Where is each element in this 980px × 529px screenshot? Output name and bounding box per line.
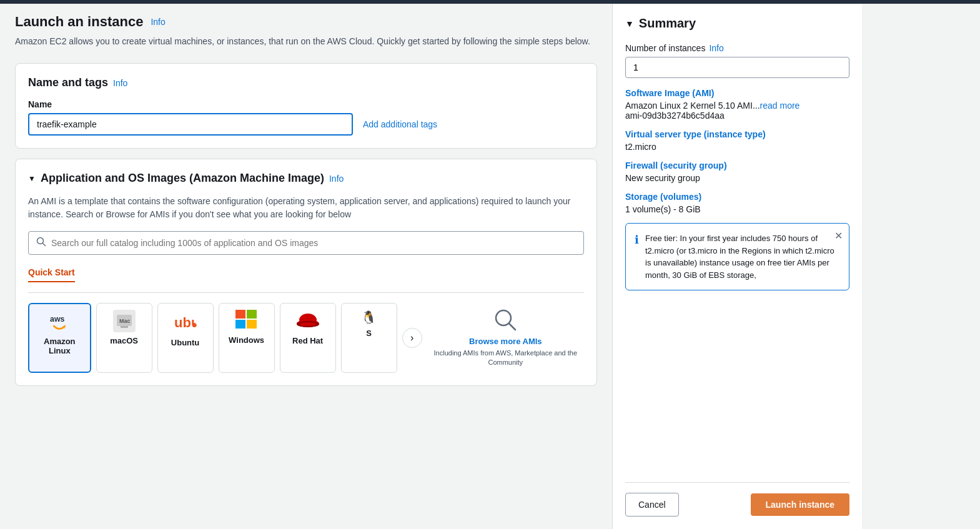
launch-instance-button[interactable]: Launch instance bbox=[751, 493, 849, 516]
quick-start-label: Quick Start bbox=[28, 267, 75, 282]
summary-server-type: Virtual server type (instance type) t2.m… bbox=[625, 129, 849, 152]
svg-rect-8 bbox=[235, 310, 245, 319]
name-field-label: Name bbox=[28, 99, 584, 109]
ami-section: ▼ Application and OS Images (Amazon Mach… bbox=[15, 159, 597, 386]
svg-text:aws: aws bbox=[50, 315, 64, 324]
instances-label: Number of instances Info bbox=[625, 43, 849, 53]
ami-search-input[interactable] bbox=[51, 238, 576, 248]
summary-storage: Storage (volumes) 1 volume(s) - 8 GiB bbox=[625, 192, 849, 214]
svg-point-16 bbox=[299, 322, 317, 326]
ami-section-header: ▼ Application and OS Images (Amazon Mach… bbox=[28, 172, 584, 185]
windows-icon bbox=[235, 310, 258, 332]
svg-rect-9 bbox=[247, 310, 257, 319]
svg-text:ubuntu: ubuntu bbox=[174, 315, 197, 330]
redhat-icon bbox=[294, 310, 322, 332]
storage-value: 1 volume(s) - 8 GiB bbox=[625, 204, 849, 214]
instances-input[interactable] bbox=[625, 57, 849, 78]
summary-firewall: Firewall (security group) New security g… bbox=[625, 161, 849, 183]
info-circle-icon: ℹ bbox=[635, 233, 639, 281]
os-tab-amazon-linux-label: Amazon Linux bbox=[37, 337, 82, 355]
ami-description: An AMI is a template that contains the s… bbox=[28, 195, 584, 221]
search-icon bbox=[36, 237, 46, 249]
ami-section-title: Application and OS Images (Amazon Machin… bbox=[41, 172, 324, 185]
software-image-title: Software Image (AMI) bbox=[625, 88, 849, 98]
summary-title: Summary bbox=[639, 16, 696, 31]
browse-more-link[interactable]: Browse more AMIs bbox=[469, 337, 542, 346]
svg-text:Mac: Mac bbox=[119, 318, 131, 324]
page-description: Amazon EC2 allows you to create virtual … bbox=[15, 35, 597, 48]
browse-more-container: Browse more AMIs Including AMIs from AWS… bbox=[427, 303, 584, 373]
summary-header: ▼ Summary bbox=[625, 16, 849, 31]
server-type-title: Virtual server type (instance type) bbox=[625, 129, 849, 139]
free-tier-text: Free tier: In your first year includes 7… bbox=[645, 232, 840, 281]
software-image-value: Amazon Linux 2 Kernel 5.10 AMI...read mo… bbox=[625, 101, 849, 111]
mac-icon: Mac bbox=[113, 310, 136, 332]
ami-search-bar[interactable] bbox=[28, 231, 584, 255]
name-tags-info-link[interactable]: Info bbox=[113, 78, 127, 88]
os-tab-ubuntu[interactable]: ubuntu Ubuntu bbox=[157, 303, 214, 373]
top-bar bbox=[0, 0, 980, 4]
page-title: Launch an instance bbox=[15, 14, 143, 30]
os-tab-ubuntu-label: Ubuntu bbox=[171, 338, 199, 347]
free-tier-box: ℹ Free tier: In your first year includes… bbox=[625, 223, 849, 290]
firewall-value: New security group bbox=[625, 173, 849, 183]
os-tab-redhat[interactable]: Red Hat bbox=[280, 303, 336, 373]
storage-title: Storage (volumes) bbox=[625, 192, 849, 202]
name-tags-section: Name and tags Info Name Add additional t… bbox=[15, 63, 597, 149]
browse-more-desc: Including AMIs from AWS, Marketplace and… bbox=[432, 349, 579, 368]
server-type-value: t2.micro bbox=[625, 142, 849, 152]
svg-line-18 bbox=[509, 324, 515, 330]
os-tab-windows-label: Windows bbox=[229, 335, 264, 345]
svg-rect-10 bbox=[235, 320, 245, 329]
name-row: Add additional tags bbox=[28, 113, 584, 136]
os-tab-macos-label: macOS bbox=[110, 336, 138, 345]
ami-info-link[interactable]: Info bbox=[329, 174, 344, 184]
os-tabs-container: aws Amazon Linux Mac macOS bbox=[28, 303, 584, 373]
quick-start-tab: Quick Start bbox=[28, 267, 584, 293]
ubuntu-icon: ubuntu bbox=[174, 310, 197, 334]
name-tags-title: Name and tags bbox=[28, 76, 108, 89]
header-info-link[interactable]: Info bbox=[151, 17, 165, 27]
name-field-container: Name Add additional tags bbox=[28, 99, 584, 136]
software-image-read-more[interactable]: read more bbox=[760, 101, 800, 111]
tab-divider bbox=[28, 292, 584, 293]
os-tab-windows[interactable]: Windows bbox=[219, 303, 275, 373]
aws-icon: aws bbox=[46, 310, 73, 333]
software-image-id: ami-09d3b3274b6c5d4aa bbox=[625, 111, 849, 121]
svg-line-1 bbox=[43, 244, 46, 246]
summary-sidebar: ▼ Summary Number of instances Info Softw… bbox=[612, 4, 862, 529]
os-tab-macos[interactable]: Mac macOS bbox=[96, 303, 152, 373]
svg-point-7 bbox=[192, 323, 196, 327]
svg-rect-11 bbox=[247, 320, 257, 329]
partial-tab-icon: 🐧 bbox=[361, 310, 377, 325]
os-tab-partial[interactable]: 🐧 S bbox=[341, 303, 397, 373]
instances-info-link[interactable]: Info bbox=[709, 43, 723, 53]
page-header: Launch an instance Info bbox=[15, 14, 597, 30]
summary-software-image: Software Image (AMI) Amazon Linux 2 Kern… bbox=[625, 88, 849, 121]
os-tabs-next-arrow[interactable]: › bbox=[402, 328, 422, 348]
name-input[interactable] bbox=[28, 113, 353, 136]
browse-search-icon bbox=[493, 308, 517, 337]
name-tags-header: Name and tags Info bbox=[28, 76, 584, 89]
collapse-arrow-icon[interactable]: ▼ bbox=[28, 174, 36, 183]
free-tier-close-icon[interactable]: ✕ bbox=[834, 230, 843, 242]
sidebar-footer: Cancel Launch instance bbox=[625, 482, 849, 517]
summary-arrow-icon: ▼ bbox=[625, 19, 634, 29]
firewall-title: Firewall (security group) bbox=[625, 161, 849, 171]
main-content: Launch an instance Info Amazon EC2 allow… bbox=[0, 4, 612, 529]
os-tab-amazon-linux[interactable]: aws Amazon Linux bbox=[28, 303, 91, 373]
add-tags-link[interactable]: Add additional tags bbox=[363, 119, 437, 129]
os-tab-partial-label: S bbox=[366, 329, 372, 338]
os-tab-redhat-label: Red Hat bbox=[292, 336, 323, 345]
svg-rect-4 bbox=[121, 326, 128, 328]
cancel-button[interactable]: Cancel bbox=[625, 493, 679, 517]
summary-scroll-area: Software Image (AMI) Amazon Linux 2 Kern… bbox=[625, 88, 849, 472]
